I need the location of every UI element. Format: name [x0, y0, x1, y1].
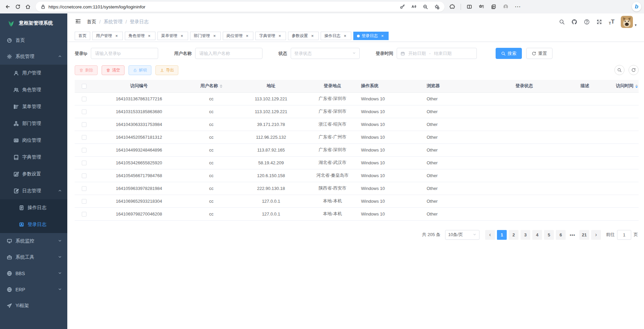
split-screen-button[interactable]: [464, 2, 474, 12]
page-size-select[interactable]: 10条/页: [445, 230, 479, 240]
tab-close-icon[interactable]: ×: [147, 33, 152, 38]
clear-button[interactable]: 清空: [102, 65, 124, 75]
sidebar-item-dict-management[interactable]: 字典管理: [0, 149, 67, 166]
page-number-button[interactable]: 3: [521, 230, 530, 240]
reset-button[interactable]: 重置: [526, 48, 552, 59]
sort-caret-icon[interactable]: [220, 85, 222, 88]
browser-back-button[interactable]: [3, 2, 13, 12]
delete-button[interactable]: 删除: [75, 65, 98, 75]
sidebar-item-home[interactable]: 首页: [0, 32, 67, 48]
tab[interactable]: 操作日志 ×: [321, 32, 351, 40]
row-checkbox[interactable]: [82, 161, 86, 165]
sidebar-item-post-management[interactable]: 岗位管理: [0, 132, 67, 149]
sidebar-item-log-management[interactable]: 日志管理: [0, 183, 67, 199]
page-number-button[interactable]: •••: [568, 230, 577, 240]
browser-settings-button[interactable]: ⋯: [513, 2, 523, 12]
app-logo[interactable]: 意框架管理系统: [0, 13, 67, 32]
sidebar-item-role-management[interactable]: 角色管理: [0, 81, 67, 98]
row-checkbox[interactable]: [82, 199, 86, 204]
page-number-button[interactable]: 6: [556, 230, 566, 240]
tab[interactable]: 角色管理 ×: [125, 32, 155, 40]
tab[interactable]: 部门管理 ×: [190, 32, 221, 40]
sidebar-item-department-management[interactable]: 部门管理: [0, 115, 67, 132]
sidebar-item-yi-framework[interactable]: Yi框架: [0, 298, 67, 314]
font-size-button[interactable]: TT: [609, 19, 614, 25]
tab[interactable]: 岗位管理 ×: [223, 32, 253, 40]
tab-close-icon[interactable]: ×: [245, 33, 250, 38]
sidebar-item-param-settings[interactable]: 参数设置: [0, 166, 67, 183]
row-checkbox[interactable]: [82, 148, 86, 153]
favorites-bar-button[interactable]: [476, 2, 487, 12]
browser-home-button[interactable]: [23, 2, 33, 12]
breadcrumb-item[interactable]: 系统管理: [104, 19, 122, 25]
sidebar-item-system-monitor[interactable]: 系统监控: [0, 233, 67, 249]
sidebar-item-login-log[interactable]: 登录日志: [0, 216, 67, 233]
row-checkbox[interactable]: [82, 109, 86, 114]
tab-close-icon[interactable]: ×: [212, 33, 217, 38]
browser-refresh-button[interactable]: [13, 2, 23, 12]
page-number-button[interactable]: 21: [579, 230, 589, 240]
next-page-button[interactable]: ›: [591, 230, 601, 240]
page-number-button[interactable]: 2: [509, 230, 518, 240]
tab[interactable]: 参数设置 ×: [288, 32, 319, 40]
sidebar-item-operation-log[interactable]: 操作日志: [0, 199, 67, 216]
column-header-user[interactable]: 用户名称: [184, 80, 238, 92]
page-number-button[interactable]: 5: [544, 230, 554, 240]
tab-close-icon[interactable]: ×: [179, 33, 184, 38]
date-range-picker[interactable]: 开始日期 - 结束日期: [397, 48, 477, 59]
sidebar-item-system-management[interactable]: 系统管理: [0, 48, 67, 65]
bing-chat-button[interactable]: b: [632, 2, 641, 11]
sidebar-item-bbs[interactable]: BBS: [0, 265, 67, 282]
refresh-table-button[interactable]: [629, 65, 639, 75]
collections-button[interactable]: [489, 2, 499, 12]
row-checkbox[interactable]: [82, 135, 86, 140]
prev-page-button[interactable]: ‹: [485, 230, 495, 240]
goto-page-input[interactable]: [617, 230, 631, 240]
add-favorite-button[interactable]: [432, 2, 441, 11]
username-input[interactable]: [195, 48, 262, 59]
header-search-button[interactable]: [559, 19, 565, 25]
export-button[interactable]: 导出: [155, 65, 178, 75]
extensions-button[interactable]: [447, 2, 457, 12]
github-link[interactable]: [571, 19, 577, 25]
sidebar-item-system-tools[interactable]: 系统工具: [0, 249, 67, 265]
fullscreen-button[interactable]: [596, 19, 602, 25]
tab[interactable]: 字典管理 ×: [255, 32, 286, 40]
search-button[interactable]: 搜索: [496, 48, 522, 59]
unlock-button[interactable]: 解锁: [129, 65, 151, 75]
tab-close-icon[interactable]: ×: [310, 33, 315, 38]
read-aloud-button[interactable]: [409, 2, 418, 11]
sidebar-item-erp[interactable]: ERP: [0, 282, 67, 298]
help-button[interactable]: [584, 19, 590, 25]
tab[interactable]: 登录日志 ×: [353, 32, 389, 40]
status-select[interactable]: 登录状态: [291, 48, 360, 59]
tab-close-icon[interactable]: ×: [343, 33, 348, 38]
row-checkbox[interactable]: [82, 173, 86, 178]
column-header-time[interactable]: 访问时间: [615, 80, 639, 92]
sidebar-collapse-button[interactable]: [75, 18, 81, 26]
select-all-checkbox[interactable]: [82, 84, 86, 89]
sort-caret-icon[interactable]: [635, 85, 638, 88]
row-checkbox[interactable]: [82, 212, 86, 217]
page-number-button[interactable]: 4: [532, 230, 542, 240]
address-bar[interactable]: https://ccnetcore.com:1101/system/log/lo…: [36, 2, 444, 12]
zoom-out-button[interactable]: [421, 2, 430, 11]
sidebar-item-user-management[interactable]: 用户管理: [0, 65, 67, 81]
tab-close-icon[interactable]: ×: [380, 33, 385, 38]
row-checkbox[interactable]: [82, 122, 86, 127]
user-avatar-menu[interactable]: ▾: [621, 16, 637, 28]
row-checkbox[interactable]: [82, 186, 86, 191]
page-number-button[interactable]: 1: [497, 230, 507, 240]
tab-close-icon[interactable]: ×: [114, 33, 119, 38]
browser-profile-button[interactable]: [501, 2, 511, 12]
toggle-search-button[interactable]: [614, 65, 624, 75]
tab[interactable]: 首页: [75, 32, 90, 40]
tab[interactable]: 菜单管理 ×: [157, 32, 188, 40]
breadcrumb-item[interactable]: 首页: [87, 19, 96, 25]
sidebar-item-menu-management[interactable]: 菜单管理: [0, 98, 67, 115]
login-ip-input[interactable]: [91, 48, 158, 59]
row-checkbox[interactable]: [82, 97, 86, 101]
tab[interactable]: 用户管理 ×: [92, 32, 123, 40]
tab-close-icon[interactable]: ×: [277, 33, 282, 38]
saved-passwords-button[interactable]: [398, 2, 407, 11]
